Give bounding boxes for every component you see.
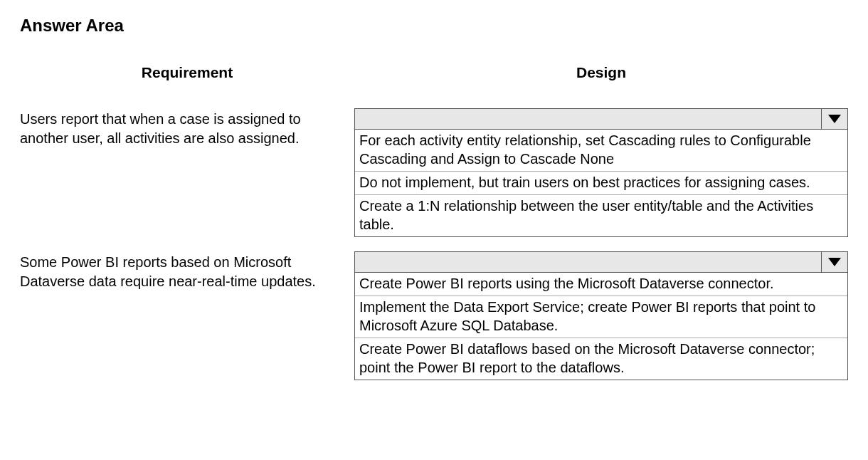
header-requirement: Requirement [20, 64, 354, 81]
dropdown-option[interactable]: Implement the Data Export Service; creat… [355, 296, 847, 338]
requirement-text: Users report that when a case is assigne… [20, 108, 354, 148]
header-design: Design [354, 64, 848, 81]
dropdown-toggle[interactable] [821, 252, 847, 272]
answer-row: Some Power BI reports based on Microsoft… [20, 251, 848, 380]
dropdown-toggle[interactable] [821, 109, 847, 129]
page-title: Answer Area [20, 16, 848, 36]
column-headers: Requirement Design [20, 64, 848, 81]
design-cell: Create Power BI reports using the Micros… [354, 251, 848, 380]
design-cell: For each activity entity relationship, s… [354, 108, 848, 237]
dropdown-option[interactable]: Create Power BI dataflows based on the M… [355, 338, 847, 380]
dropdown-options-list: For each activity entity relationship, s… [354, 130, 848, 237]
dropdown-option[interactable]: Do not implement, but train users on bes… [355, 171, 847, 194]
requirement-text: Some Power BI reports based on Microsoft… [20, 251, 354, 291]
design-dropdown[interactable] [354, 251, 848, 273]
dropdown-option[interactable]: Create a 1:N relationship between the us… [355, 194, 847, 236]
answer-row: Users report that when a case is assigne… [20, 108, 848, 237]
dropdown-options-list: Create Power BI reports using the Micros… [354, 273, 848, 380]
dropdown-option[interactable]: For each activity entity relationship, s… [355, 130, 847, 171]
design-dropdown[interactable] [354, 108, 848, 130]
chevron-down-icon [828, 258, 841, 266]
dropdown-option[interactable]: Create Power BI reports using the Micros… [355, 273, 847, 296]
chevron-down-icon [828, 115, 841, 123]
